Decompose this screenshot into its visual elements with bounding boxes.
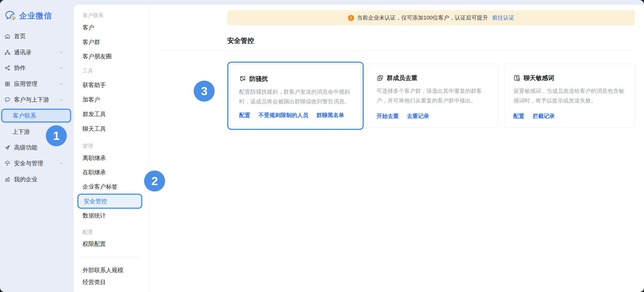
customer-chat-icon (4, 97, 10, 103)
sidebar-item-10[interactable]: 我的企业 (0, 173, 74, 186)
submenu-item-客户[interactable]: 客户 (74, 22, 149, 33)
submenu-text: 客户群 (83, 38, 100, 46)
submenu-item-外部联系人规模[interactable]: 外部联系人规模 (74, 264, 149, 276)
content-panel (74, 5, 644, 292)
submenu-text: 权限配置 (83, 240, 106, 248)
submenu-text: 群发工具 (83, 110, 106, 118)
sidebar-item-label: 客户与上下游 (14, 96, 49, 104)
sidebar-item-9[interactable]: 安全与管理 (0, 157, 74, 170)
submenu-item-经营类目[interactable]: 经营类目 (74, 276, 149, 288)
card-title: 防骚扰 (249, 75, 268, 83)
card-link-配置[interactable]: 配置 (513, 112, 524, 120)
sidebar-item-1[interactable]: 首页 (0, 30, 74, 43)
submenu-divider-line (77, 257, 139, 257)
card-link-拦截记录[interactable]: 拦截记录 (533, 112, 555, 120)
submenu-text: 管理 (83, 142, 93, 150)
submenu-text: 加客户 (83, 96, 100, 104)
feature-card-防骚扰: 防骚扰 配置防骚扰规则，群客户发送的消息命中规则时，该成员将会被踢出群聊或收到警… (230, 65, 361, 127)
app-logo: 企业微信 (5, 11, 52, 21)
sidebar-item-5[interactable]: 客户与上下游 (0, 93, 74, 106)
wecom-logo-icon (5, 11, 16, 21)
submenu-divider (149, 5, 149, 292)
warning-info-icon: i (348, 15, 354, 21)
submenu-item-安全管控[interactable]: 安全管控 (77, 194, 142, 209)
card-links: 配置拦截记录 (513, 112, 555, 120)
annotation-badge-2: 2 (144, 171, 165, 192)
card-link-开始去重[interactable]: 开始去重 (377, 112, 399, 120)
sidebar-item-3[interactable]: 协作 (0, 61, 74, 74)
submenu-text: 客户 (83, 24, 94, 32)
card-description: 配置防骚扰规则，群客户发送的消息命中规则时，该成员将会被踢出群聊或收到警告消息。 (239, 87, 354, 106)
card-link-配置[interactable]: 配置 (239, 112, 250, 119)
submenu-text: 在职继承 (83, 168, 106, 176)
contacts-icon (4, 49, 10, 55)
chevron-down-icon (59, 50, 63, 55)
submenu-item-群发工具[interactable]: 群发工具 (74, 108, 149, 120)
submenu-text: 工具 (83, 67, 93, 74)
banner-text: 当前企业未认证，仅可添加100位客户，认证后可提升 (357, 14, 488, 22)
submenu-item-在职继承[interactable]: 在职继承 (74, 166, 149, 178)
page-title: 安全管控 (227, 36, 254, 45)
chevron-up-icon (59, 98, 63, 102)
feature-card-群成员去重: 群成员去重 可选择多个客户群，筛选出其中重复的群客户，并可将他们从重复的客户群中… (368, 64, 498, 128)
submenu-text: 离职继承 (83, 154, 106, 162)
submenu-item-客户朋友圈[interactable]: 客户朋友圈 (74, 51, 149, 62)
sidebar-item-label: 协作 (14, 64, 26, 72)
submenu-text: 配置 (83, 229, 93, 236)
submenu-item-权限配置[interactable]: 权限配置 (74, 238, 149, 250)
submenu-item-离职继承[interactable]: 离职继承 (74, 152, 149, 164)
go-verify-link[interactable]: 前往认证 (492, 14, 514, 22)
card-head: 群成员去重 (377, 74, 489, 82)
sidebar-item-label: 通讯录 (14, 48, 32, 56)
submenu-text: 客户朋友圈 (83, 53, 112, 60)
sidebar-item-label: 我的企业 (14, 175, 37, 183)
card-links: 开始去重去重记录 (377, 112, 429, 120)
card-link-群聊黑名单[interactable]: 群聊黑名单 (316, 112, 344, 119)
submenu-item-获客助手[interactable]: 获客助手 (74, 79, 149, 91)
sidebar-item-6[interactable]: 客户联系 (1, 109, 71, 123)
sidebar-item-label: 应用管理 (14, 80, 37, 88)
chevron-down-icon (59, 66, 63, 70)
anti-harassment-icon (239, 75, 246, 82)
annotation-badge-1: 1 (46, 125, 67, 146)
submenu-text: 聊天工具 (83, 125, 106, 133)
apps-icon (4, 81, 10, 87)
sidebar-item-label: 上下游 (12, 128, 30, 136)
submenu-section-label: 客户联系 (74, 10, 149, 21)
card-link-去重记录[interactable]: 去重记录 (407, 112, 429, 120)
sidebar-item-2[interactable]: 通讯录 (0, 46, 74, 59)
submenu-section-label: 配置 (74, 226, 149, 238)
card-head: 防骚扰 (239, 75, 352, 83)
advanced-icon (4, 145, 10, 151)
chevron-down-icon (59, 82, 63, 86)
app-title: 企业微信 (19, 11, 52, 21)
submenu-item-客户群[interactable]: 客户群 (74, 36, 149, 48)
submenu-text: 经营类目 (83, 278, 106, 286)
chevron-down-icon (59, 161, 63, 166)
collab-icon (4, 65, 10, 71)
submenu-item-加客户[interactable]: 加客户 (74, 94, 149, 105)
sidebar-item-label: 首页 (14, 32, 26, 40)
sidebar-item-label: 客户联系 (13, 112, 36, 120)
card-link-不受规则限制的人员[interactable]: 不受规则限制的人员 (258, 112, 308, 119)
submenu-item-数据统计[interactable]: 数据统计 (74, 210, 149, 221)
submenu-text: 数据统计 (83, 212, 106, 220)
card-head: 聊天敏感词 (513, 74, 626, 82)
card-links: 配置不受规则限制的人员群聊黑名单 (239, 112, 344, 119)
sensitive-words-icon (513, 74, 520, 81)
sidebar-item-4[interactable]: 应用管理 (0, 77, 74, 90)
card-description: 设置敏感词，当成员发送给客户的消息包含敏感词时，将予以提示或发送失败。 (513, 86, 628, 105)
umbrella-icon (4, 160, 10, 166)
home-icon (4, 33, 10, 39)
sidebar-item-label: 高级功能 (14, 144, 37, 152)
submenu-text: 安全管控 (84, 197, 107, 205)
submenu-item-企业客户标签[interactable]: 企业客户标签 (74, 181, 149, 192)
card-description: 可选择多个客户群，筛选出其中重复的群客户，并可将他们从重复的客户群中移出。 (377, 86, 491, 105)
submenu-item-聊天工具[interactable]: 聊天工具 (74, 123, 149, 135)
card-title: 群成员去重 (387, 74, 417, 82)
submenu-section-label: 管理 (74, 140, 149, 152)
dedupe-icon (377, 74, 384, 81)
left-sidebar: 企业微信 首页通讯录协作应用管理客户与上下游客户联系上下游高级功能安全与管理我的… (0, 0, 74, 292)
feature-card-聊天敏感词: 聊天敏感词 设置敏感词，当成员发送给客户的消息包含敏感词时，将予以提示或发送失败… (504, 64, 635, 128)
submenu-text: 客户联系 (83, 12, 104, 19)
